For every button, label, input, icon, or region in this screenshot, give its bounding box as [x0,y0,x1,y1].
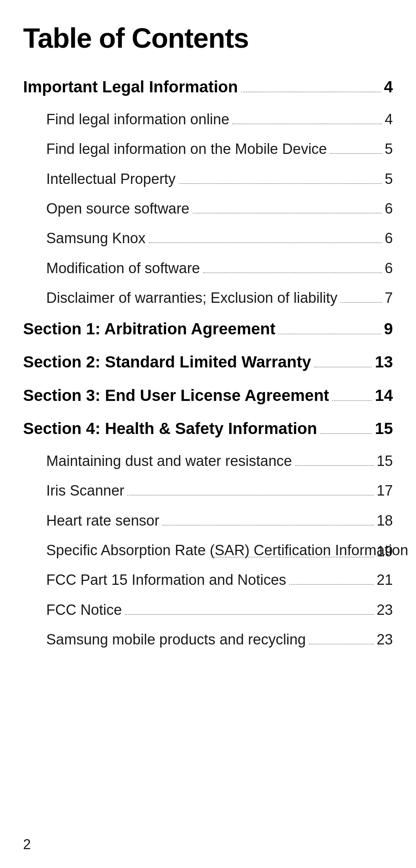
toc-label-section2: Section 2: Standard Limited Warranty [23,352,311,373]
toc-label-sar: Specific Absorption Rate (SAR) Certifica… [46,541,208,560]
toc-page-modification-software: 6 [385,260,393,277]
toc-item-modification-software[interactable]: Modification of software 6 [46,259,393,278]
toc-page-important-legal: 4 [384,78,393,96]
toc-label-intellectual-property: Intellectual Property [46,170,176,189]
toc-page-fcc-part15: 21 [377,572,393,588]
toc-label-disclaimer-warranties: Disclaimer of warranties; Exclusion of l… [46,289,337,307]
toc-item-intellectual-property[interactable]: Intellectual Property 5 [46,170,393,189]
toc-item-samsung-knox[interactable]: Samsung Knox 6 [46,229,393,248]
page-number: 2 [23,836,31,853]
toc-page-iris-scanner: 17 [377,482,393,499]
toc-page-section4: 15 [375,419,393,438]
toc-item-find-legal-mobile[interactable]: Find legal information on the Mobile Dev… [46,140,393,159]
toc-label-section3: Section 3: End User License Agreement [23,385,329,406]
toc-page-dust-water: 15 [377,453,393,469]
toc-item-disclaimer-warranties[interactable]: Disclaimer of warranties; Exclusion of l… [46,289,393,307]
toc-label-iris-scanner: Iris Scanner [46,481,124,500]
toc-label-find-legal-online: Find legal information online [46,110,229,129]
toc-item-section3[interactable]: Section 3: End User License Agreement 14 [23,385,393,406]
table-of-contents: Important Legal Information 4 Find legal… [23,77,393,649]
toc-label-modification-software: Modification of software [46,259,200,278]
toc-page-intellectual-property: 5 [385,171,393,187]
toc-page-fcc-notice: 23 [377,602,393,618]
toc-label-heart-rate: Heart rate sensor [46,511,159,530]
toc-page-samsung-recycling: 23 [377,631,393,648]
toc-item-sar[interactable]: Specific Absorption Rate (SAR) Certifica… [46,541,393,560]
toc-page-find-legal-mobile: 5 [385,141,393,157]
toc-label-fcc-notice: FCC Notice [46,601,122,619]
toc-label-open-source: Open source software [46,199,190,218]
toc-item-important-legal[interactable]: Important Legal Information 4 [23,77,393,98]
toc-label-samsung-recycling: Samsung mobile products and recycling [46,630,306,649]
toc-label-samsung-knox: Samsung Knox [46,229,146,248]
toc-page-section1: 9 [384,320,393,338]
toc-label-find-legal-mobile: Find legal information on the Mobile Dev… [46,140,327,159]
toc-item-fcc-notice[interactable]: FCC Notice 23 [46,601,393,619]
page-title: Table of Contents [23,23,393,53]
toc-item-fcc-part15[interactable]: FCC Part 15 Information and Notices 21 [46,571,393,589]
toc-page-find-legal-online: 4 [385,111,393,128]
toc-subsections-section4: Maintaining dust and water resistance 15… [23,452,393,649]
toc-page-open-source: 6 [385,200,393,217]
toc-label-fcc-part15: FCC Part 15 Information and Notices [46,571,286,589]
toc-item-open-source[interactable]: Open source software 6 [46,199,393,218]
toc-label-dust-water: Maintaining dust and water resistance [46,452,292,471]
toc-item-dust-water[interactable]: Maintaining dust and water resistance 15 [46,452,393,471]
toc-item-samsung-recycling[interactable]: Samsung mobile products and recycling 23 [46,630,393,649]
toc-label-important-legal: Important Legal Information [23,77,238,98]
toc-page-disclaimer-warranties: 7 [385,290,393,306]
toc-page-section3: 14 [375,386,393,405]
toc-item-section1[interactable]: Section 1: Arbitration Agreement 9 [23,319,393,340]
toc-item-heart-rate[interactable]: Heart rate sensor 18 [46,511,393,530]
toc-page-samsung-knox: 6 [385,230,393,247]
toc-item-iris-scanner[interactable]: Iris Scanner 17 [46,481,393,500]
toc-subsections-important-legal: Find legal information online 4 Find leg… [23,110,393,308]
toc-page-section2: 13 [375,353,393,371]
toc-item-section2[interactable]: Section 2: Standard Limited Warranty 13 [23,352,393,373]
toc-label-section1: Section 1: Arbitration Agreement [23,319,275,340]
toc-page-heart-rate: 18 [377,512,393,529]
toc-item-section4[interactable]: Section 4: Health & Safety Information 1… [23,418,393,439]
toc-item-find-legal-online[interactable]: Find legal information online 4 [46,110,393,129]
toc-label-section4: Section 4: Health & Safety Information [23,418,317,439]
toc-page-sar: 19 [377,543,393,560]
